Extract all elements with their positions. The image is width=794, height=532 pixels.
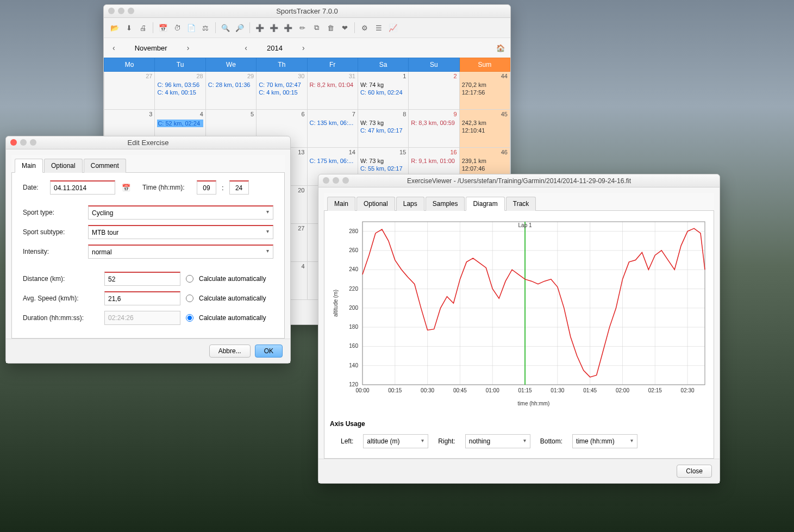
- calendar-cell[interactable]: 2: [409, 72, 459, 110]
- tab-optional[interactable]: Optional: [44, 159, 83, 173]
- label-time: Time (hh:mm):: [142, 184, 191, 191]
- svg-text:260: 260: [349, 247, 358, 253]
- calc-distance-label: Calculate automatically: [199, 275, 266, 283]
- svg-text:220: 220: [349, 286, 358, 292]
- calc-duration-radio[interactable]: [186, 314, 193, 322]
- vtab-samples[interactable]: Samples: [426, 197, 465, 211]
- svg-text:280: 280: [349, 228, 358, 234]
- label-right-axis: Right:: [438, 437, 455, 445]
- tab-main[interactable]: Main: [15, 159, 43, 173]
- calendar-cell[interactable]: 28C: 96 km, 03:56C: 4 km, 00:15: [155, 72, 205, 110]
- edit-close-icon[interactable]: [10, 139, 17, 146]
- calendar-cell[interactable]: 27: [104, 72, 155, 110]
- svg-text:120: 120: [349, 381, 358, 387]
- avg-speed-field[interactable]: [104, 291, 180, 305]
- edit-min-icon[interactable]: [20, 139, 27, 146]
- stats-icon[interactable]: 📈: [386, 21, 399, 34]
- calc-duration-label: Calculate automatically: [199, 314, 266, 322]
- note-icon[interactable]: 📄: [185, 21, 198, 34]
- vtab-main[interactable]: Main: [327, 197, 355, 211]
- delete-icon[interactable]: 🗑: [324, 21, 337, 34]
- heart-icon[interactable]: ❤: [338, 21, 351, 34]
- edit-icon[interactable]: ✏: [296, 21, 309, 34]
- traffic-max[interactable]: [128, 8, 134, 14]
- svg-text:200: 200: [349, 305, 358, 311]
- save-icon[interactable]: ⬇: [122, 21, 135, 34]
- home-icon[interactable]: 🏠: [496, 44, 505, 52]
- tab-comment[interactable]: Comment: [84, 159, 126, 173]
- edit-max-icon[interactable]: [30, 139, 36, 146]
- next-month-icon[interactable]: ›: [184, 42, 193, 53]
- viewer-tabs: Main Optional Laps Samples Diagram Track: [324, 193, 714, 211]
- intensity-select[interactable]: [88, 245, 273, 259]
- svg-text:140: 140: [349, 362, 358, 368]
- calendar-cell[interactable]: 29C: 28 km, 01:36: [205, 72, 256, 110]
- vtab-laps[interactable]: Laps: [396, 197, 424, 211]
- prev-month-icon[interactable]: ‹: [109, 42, 118, 53]
- print-icon[interactable]: 🖨: [136, 21, 149, 34]
- calendar-cell[interactable]: 8W: 73 kgC: 47 km, 02:17: [358, 110, 408, 148]
- zoom-out-icon[interactable]: 🔎: [233, 21, 246, 34]
- sport-type-select[interactable]: [88, 205, 273, 220]
- next-year-icon[interactable]: ›: [299, 42, 308, 53]
- sport-subtype-select[interactable]: [88, 225, 273, 239]
- stopwatch-icon[interactable]: ⏱: [171, 21, 184, 34]
- calendar-cell[interactable]: 31R: 8,2 km, 01:04: [307, 72, 358, 110]
- copy-icon[interactable]: ⧉: [310, 21, 323, 34]
- svg-text:02:15: 02:15: [648, 387, 662, 393]
- left-axis-select[interactable]: [363, 434, 428, 448]
- svg-text:02:00: 02:00: [616, 387, 629, 393]
- bottom-axis-select[interactable]: [572, 434, 637, 448]
- viewer-titlebar: ExerciseViewer - /Users/stefan/Training/…: [318, 174, 720, 187]
- add-weight-icon[interactable]: ➕: [282, 21, 295, 34]
- calendar-cell[interactable]: 30C: 70 km, 02:47C: 4 km, 00:15: [257, 72, 307, 110]
- add-note-icon[interactable]: ➕: [267, 21, 280, 34]
- main-title: SportsTracker 7.0.0: [276, 7, 338, 15]
- traffic-min[interactable]: [118, 8, 124, 14]
- svg-text:00:45: 00:45: [453, 387, 467, 393]
- viewer-title: ExerciseViewer - /Users/stefan/Training/…: [407, 177, 631, 185]
- duration-field[interactable]: [104, 311, 180, 325]
- close-button[interactable]: Close: [677, 465, 712, 478]
- ok-button[interactable]: OK: [255, 345, 283, 358]
- traffic-close[interactable]: [108, 8, 115, 14]
- edit-dialog: Edit Exercise Main Optional Comment Date…: [5, 136, 291, 364]
- svg-text:time (hh:mm): time (hh:mm): [518, 400, 550, 406]
- filter-icon[interactable]: ☰: [372, 21, 385, 34]
- axis-heading: Axis Usage: [330, 420, 708, 428]
- svg-text:00:30: 00:30: [421, 387, 434, 393]
- svg-rect-40: [362, 222, 705, 385]
- vtab-diagram[interactable]: Diagram: [466, 197, 504, 211]
- vtab-optional[interactable]: Optional: [357, 197, 395, 211]
- svg-text:01:30: 01:30: [551, 387, 564, 393]
- weight-icon[interactable]: ⚖: [199, 21, 212, 34]
- distance-field[interactable]: [104, 272, 180, 286]
- svg-text:altitude (m): altitude (m): [333, 290, 339, 317]
- open-icon[interactable]: 📂: [108, 21, 121, 34]
- label-intensity: Intensity:: [23, 248, 83, 255]
- settings-icon[interactable]: ⚙: [358, 21, 371, 34]
- viewer-close-icon[interactable]: [323, 177, 329, 184]
- time-min-field[interactable]: [229, 180, 249, 195]
- calc-speed-radio[interactable]: [186, 295, 193, 302]
- viewer-max-icon[interactable]: [342, 177, 349, 184]
- time-hour-field[interactable]: [197, 180, 216, 195]
- calendar-cell[interactable]: 9R: 8,3 km, 00:59: [409, 110, 459, 148]
- calendar-icon[interactable]: 📅: [157, 21, 170, 34]
- svg-text:240: 240: [349, 266, 358, 272]
- zoom-in-icon[interactable]: 🔍: [219, 21, 232, 34]
- add-exercise-icon[interactable]: ➕: [253, 21, 266, 34]
- abort-button[interactable]: Abbre...: [209, 345, 251, 358]
- viewer-min-icon[interactable]: [333, 177, 339, 184]
- calendar-nav: ‹ November › ‹ 2014 › 🏠: [104, 38, 510, 58]
- svg-text:160: 160: [349, 343, 358, 349]
- label-distance: Distance (km):: [23, 275, 99, 283]
- calendar-cell[interactable]: 7C: 135 km, 06:...: [307, 110, 358, 148]
- vtab-track[interactable]: Track: [506, 197, 536, 211]
- date-field[interactable]: [50, 180, 115, 195]
- prev-year-icon[interactable]: ‹: [241, 42, 251, 53]
- calendar-picker-icon[interactable]: 📅: [121, 184, 132, 192]
- right-axis-select[interactable]: [465, 434, 530, 448]
- calendar-cell[interactable]: 1W: 74 kgC: 60 km, 02:24: [358, 72, 408, 110]
- calc-distance-radio[interactable]: [186, 275, 193, 283]
